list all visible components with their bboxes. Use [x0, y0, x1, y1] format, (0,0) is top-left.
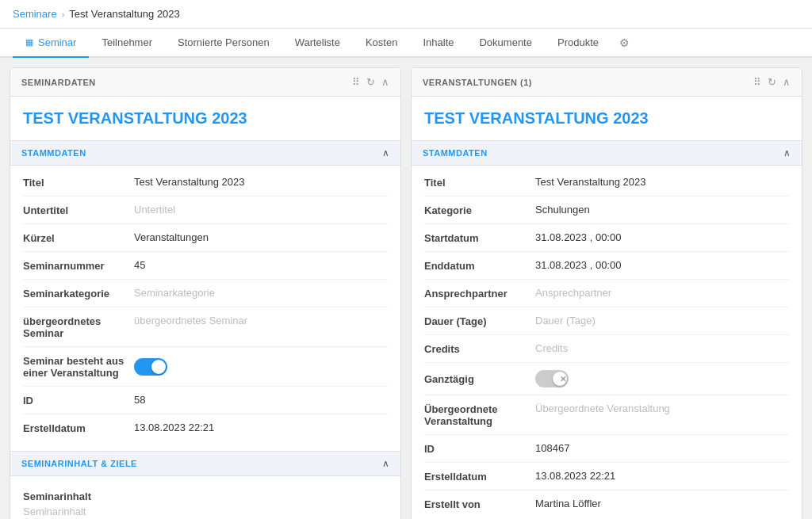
ganztaegig-toggle[interactable]: ✕: [535, 370, 569, 387]
right-panel-collapse-icon[interactable]: ∧: [783, 76, 791, 88]
r-field-label-ganztaegig: Ganztägig: [424, 372, 535, 385]
r-field-row-enddatum: Enddatum 31.08.2023 , 00:00: [424, 252, 789, 280]
tab-stornierte[interactable]: Stornierte Personen: [165, 29, 282, 58]
r-field-label-dauer: Dauer (Tage): [424, 315, 535, 327]
breadcrumb-separator: ›: [62, 10, 65, 19]
r-field-row-erstelldatum: Erstelldatum 13.08.2023 22:21: [424, 463, 789, 490]
r-field-row-uebergeordnete: Übergeordnete Veranstaltung Übergeordnet…: [424, 395, 789, 435]
field-value-seminarinhalt: Seminarinhalt: [23, 506, 86, 517]
r-field-value-erstelldatum: 13.08.2023 22:21: [535, 470, 789, 482]
left-stammdaten-header: STAMMDATEN ∧: [10, 140, 400, 166]
main-content: SEMINARDATEN ⠿ ↻ ∧ TEST VERANSTALTUNG 20…: [0, 58, 812, 519]
r-field-value-id: 108467: [535, 442, 789, 454]
field-row-seminarkategorie: Seminarkategorie Seminarkategorie: [23, 280, 388, 307]
right-stammdaten-section: STAMMDATEN ∧ Titel Test Veranstaltung 20…: [424, 140, 789, 517]
r-field-row-startdatum: Startdatum 31.08.2023 , 00:00: [424, 224, 789, 252]
r-field-row-kategorie: Kategorie Schulungen: [424, 197, 789, 224]
left-seminarinhalt-chevron[interactable]: ∧: [382, 458, 389, 469]
seminar-toggle[interactable]: [134, 358, 167, 376]
r-field-label-id: ID: [424, 442, 535, 455]
field-label-kuerzel: Kürzel: [23, 231, 134, 244]
r-field-value-uebergeordnete: Übergeordnete Veranstaltung: [535, 403, 789, 414]
right-panel-grid-icon[interactable]: ⠿: [753, 76, 761, 88]
field-label-parent-seminar: übergeordnetes Seminar: [23, 315, 134, 339]
left-panel-grid-icon[interactable]: ⠿: [352, 76, 360, 88]
left-panel-main-title: TEST VERANSTALTUNG 2023: [23, 109, 388, 128]
field-value-titel: Test Veranstaltung 2023: [134, 176, 388, 188]
field-value-seminarnummer: 45: [134, 259, 388, 271]
tab-seminar[interactable]: ▦ Seminar: [13, 29, 89, 58]
left-stammdaten-chevron[interactable]: ∧: [382, 147, 389, 158]
left-seminarinhalt-title: SEMINARINHALT & ZIELE: [21, 459, 137, 468]
r-field-label-titel: Titel: [424, 176, 535, 189]
field-label-seminarkategorie: Seminarkategorie: [23, 287, 134, 300]
tab-inhalte-label: Inhalte: [423, 36, 454, 48]
r-field-row-dauer: Dauer (Tage) Dauer (Tage): [424, 307, 789, 335]
field-label-toggle: Seminar besteht aus einer Veranstaltung: [23, 354, 134, 379]
field-row-toggle: Seminar besteht aus einer Veranstaltung: [23, 347, 388, 387]
right-panel: VERANSTALTUNGEN (1) ⠿ ↻ ∧ TEST VERANSTAL…: [411, 67, 802, 519]
tab-stornierte-label: Stornierte Personen: [178, 36, 270, 48]
tabs-bar: ▦ Seminar Teilnehmer Stornierte Personen…: [0, 29, 812, 58]
tab-inhalte[interactable]: Inhalte: [410, 29, 466, 58]
tab-produkte[interactable]: Produkte: [545, 29, 611, 58]
r-field-value-credits: Credits: [535, 342, 789, 354]
r-field-value-enddatum: 31.08.2023 , 00:00: [535, 259, 789, 271]
right-stammdaten-title: STAMMDATEN: [423, 148, 488, 158]
field-value-seminarkategorie: Seminarkategorie: [134, 287, 388, 299]
field-row-id: ID 58: [23, 387, 388, 414]
seminar-tab-icon: ▦: [25, 37, 33, 48]
r-field-row-erstellt-von: Erstellt von Martina Löffler: [424, 490, 789, 517]
tab-produkte-label: Produkte: [557, 36, 599, 48]
field-row-untertitel: Untertitel Untertitel: [23, 197, 388, 224]
breadcrumb: Seminare › Test Veranstaltung 2023: [0, 0, 812, 29]
ganztaegig-toggle-x: ✕: [560, 375, 566, 384]
r-field-row-ansprechpartner: Ansprechpartner Ansprechpartner: [424, 280, 789, 307]
left-panel-collapse-icon[interactable]: ∧: [381, 76, 389, 88]
field-label-erstelldatum: Erstelldatum: [23, 422, 134, 434]
right-stammdaten-header: STAMMDATEN ∧: [412, 140, 802, 166]
left-seminarinhalt-header: SEMINARINHALT & ZIELE ∧: [10, 451, 400, 476]
left-seminarinhalt-section: SEMINARINHALT & ZIELE ∧ Seminarinhalt Se…: [23, 451, 388, 519]
right-panel-body: TEST VERANSTALTUNG 2023 STAMMDATEN ∧ Tit…: [412, 97, 802, 519]
field-label-id: ID: [23, 394, 134, 406]
r-field-row-titel: Titel Test Veranstaltung 2023: [424, 169, 789, 197]
left-panel-header: SEMINARDATEN ⠿ ↻ ∧: [10, 68, 400, 97]
field-value-erstelldatum: 13.08.2023 22:21: [134, 422, 388, 433]
left-panel-refresh-icon[interactable]: ↻: [366, 76, 375, 88]
tab-seminar-label: Seminar: [38, 36, 76, 48]
tab-settings-gear[interactable]: ⚙: [611, 30, 638, 55]
tab-warteliste-label: Warteliste: [295, 36, 340, 48]
tab-teilnehmer-label: Teilnehmer: [102, 36, 152, 48]
right-panel-title: VERANSTALTUNGEN (1): [423, 78, 532, 87]
tab-teilnehmer[interactable]: Teilnehmer: [89, 29, 165, 58]
r-field-value-startdatum: 31.08.2023 , 00:00: [535, 231, 789, 243]
left-fields-container: Titel Test Veranstaltung 2023 Untertitel…: [23, 166, 388, 441]
tab-dokumente[interactable]: Dokumente: [466, 29, 544, 58]
left-panel-body: TEST VERANSTALTUNG 2023 STAMMDATEN ∧ Tit…: [10, 97, 400, 519]
field-value-untertitel: Untertitel: [134, 204, 388, 216]
seminarinhalt-fields: Seminarinhalt Seminarinhalt Seminarziele: [23, 476, 388, 519]
r-field-label-enddatum: Enddatum: [424, 259, 535, 272]
r-field-value-titel: Test Veranstaltung 2023: [535, 176, 789, 188]
tab-warteliste[interactable]: Warteliste: [282, 29, 353, 58]
right-stammdaten-chevron[interactable]: ∧: [783, 147, 791, 158]
left-panel: SEMINARDATEN ⠿ ↻ ∧ TEST VERANSTALTUNG 20…: [10, 67, 401, 519]
breadcrumb-current: Test Veranstaltung 2023: [69, 8, 180, 20]
field-row-kuerzel: Kürzel Veranstaltungen: [23, 224, 388, 252]
field-value-kuerzel: Veranstaltungen: [134, 231, 388, 243]
left-stammdaten-section: STAMMDATEN ∧ Titel Test Veranstaltung 20…: [23, 140, 388, 441]
tab-kosten-label: Kosten: [366, 36, 397, 48]
r-field-label-erstelldatum: Erstelldatum: [424, 470, 535, 483]
right-panel-main-title: TEST VERANSTALTUNG 2023: [424, 109, 789, 128]
r-field-label-credits: Credits: [424, 342, 535, 355]
right-panel-refresh-icon[interactable]: ↻: [768, 76, 776, 88]
tab-kosten[interactable]: Kosten: [353, 29, 410, 58]
field-row-erstelldatum: Erstelldatum 13.08.2023 22:21: [23, 414, 388, 441]
field-row-parent-seminar: übergeordnetes Seminar übergeordnetes Se…: [23, 307, 388, 347]
field-row-seminarinhalt: Seminarinhalt Seminarinhalt: [23, 483, 388, 519]
field-label-seminarinhalt: Seminarinhalt: [23, 490, 134, 502]
left-panel-actions: ⠿ ↻ ∧: [352, 76, 389, 88]
breadcrumb-parent[interactable]: Seminare: [13, 8, 57, 20]
field-label-untertitel: Untertitel: [23, 204, 134, 216]
